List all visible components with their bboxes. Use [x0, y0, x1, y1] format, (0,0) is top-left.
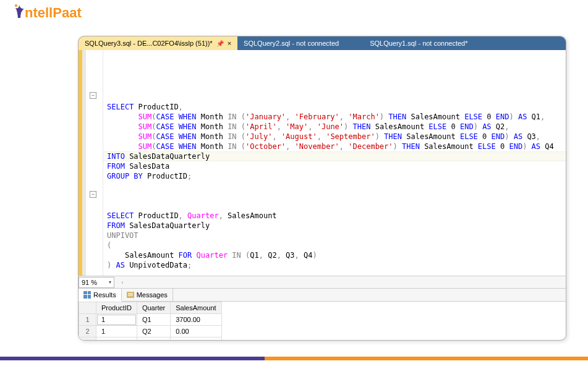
- change-marker-gray: [82, 50, 86, 276]
- tab-label: Results: [93, 291, 116, 299]
- col-productid[interactable]: ProductID: [96, 302, 137, 314]
- code-editor[interactable]: − − SELECT ProductID, SUM(CASE WHEN Mont…: [79, 50, 566, 276]
- tab-label: Messages: [137, 291, 168, 299]
- rownum-header: [79, 302, 96, 314]
- tab-results[interactable]: Results: [79, 289, 122, 302]
- ide-window: SQLQuery3.sql - DE...C02FO4\isslp (51))*…: [78, 36, 566, 341]
- tab-sqlquery1[interactable]: SQLQuery1.sql - not connected*: [364, 36, 474, 50]
- brand-logo: ntellPaat: [14, 5, 82, 21]
- cell-salesamount[interactable]: 0.00: [171, 326, 221, 337]
- tab-spacer: [345, 36, 364, 50]
- zoom-status-bar: 91 % ▾ ‹: [79, 276, 566, 288]
- zoom-value: 91 %: [82, 279, 97, 286]
- scroll-arrow-icon[interactable]: ‹: [118, 278, 127, 287]
- cell-productid[interactable]: 1: [96, 326, 137, 337]
- table-row[interactable]: 21Q20.00: [79, 326, 222, 337]
- svg-point-0: [15, 4, 17, 7]
- results-tab-bar: Results Messages: [79, 288, 566, 302]
- brand-footer-stripe: [0, 357, 588, 360]
- table-row[interactable]: 11Q13700.00: [79, 314, 222, 326]
- document-tab-bar: SQLQuery3.sql - DE...C02FO4\isslp (51))*…: [79, 36, 566, 50]
- chevron-down-icon: ▾: [109, 279, 111, 285]
- cell-salesamount[interactable]: 3700.00: [171, 314, 221, 326]
- tab-label: SQLQuery1.sql - not connected*: [370, 40, 467, 47]
- pin-icon[interactable]: 📌: [216, 40, 224, 47]
- cell-salesamount[interactable]: 0.00: [171, 337, 221, 341]
- code-content[interactable]: SELECT ProductID, SUM(CASE WHEN Month IN…: [103, 50, 566, 276]
- zoom-dropdown[interactable]: 91 % ▾: [79, 277, 114, 288]
- tab-sqlquery3[interactable]: SQLQuery3.sql - DE...C02FO4\isslp (51))*…: [79, 36, 237, 50]
- col-salesamount[interactable]: SalesAmount: [171, 302, 221, 314]
- stripe-purple: [0, 357, 265, 360]
- cell-productid[interactable]: 1: [96, 337, 137, 341]
- row-number: 1: [79, 314, 96, 326]
- cell-quarter[interactable]: Q3: [137, 337, 170, 341]
- close-icon[interactable]: ×: [228, 40, 231, 47]
- logo-text-2: Paat: [53, 5, 81, 20]
- editor-gutter: − −: [79, 50, 103, 276]
- tab-messages[interactable]: Messages: [122, 289, 173, 301]
- fold-toggle-icon[interactable]: −: [90, 92, 96, 99]
- cell-quarter[interactable]: Q1: [137, 314, 170, 326]
- table-row[interactable]: 31Q30.00: [79, 337, 222, 341]
- cell-quarter[interactable]: Q2: [137, 326, 170, 337]
- row-number: 2: [79, 326, 96, 337]
- fold-toggle-icon[interactable]: −: [90, 191, 96, 198]
- row-number: 3: [79, 337, 96, 341]
- results-table: ProductID Quarter SalesAmount 11Q13700.0…: [79, 302, 222, 341]
- tab-label: SQLQuery2.sql - not connected: [244, 40, 339, 47]
- cell-productid[interactable]: 1: [96, 314, 137, 326]
- logo-text-1: ntell: [25, 5, 53, 20]
- grid-icon: [83, 291, 91, 299]
- tab-label: SQLQuery3.sql - DE...C02FO4\isslp (51))*: [85, 40, 213, 47]
- logo-star-icon: [14, 5, 25, 19]
- results-grid[interactable]: ProductID Quarter SalesAmount 11Q13700.0…: [79, 302, 566, 341]
- col-quarter[interactable]: Quarter: [137, 302, 170, 314]
- messages-icon: [127, 292, 134, 298]
- tab-sqlquery2[interactable]: SQLQuery2.sql - not connected: [237, 36, 345, 50]
- stripe-orange: [265, 357, 588, 360]
